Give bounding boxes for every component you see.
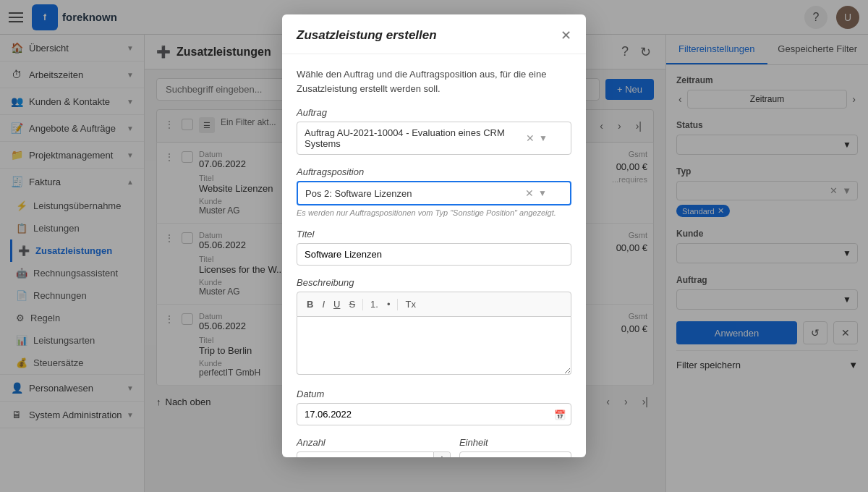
form-col-einheit: Einheit Stück Stunden Tage Pauschal ▼ <box>459 437 571 457</box>
anzahl-label: Anzahl <box>297 437 451 448</box>
einheit-select[interactable]: Stück Stunden Tage Pauschal <box>459 451 571 457</box>
ul-button[interactable]: • <box>383 297 394 312</box>
auftrag-field-label: Auftrag <box>297 107 571 118</box>
italic-button[interactable]: I <box>318 297 328 312</box>
auftrag-select[interactable]: Auftrag AU-2021-10004 - Evaluation eines… <box>297 122 571 155</box>
modal-title: Zusatzleistung erstellen <box>297 28 437 43</box>
einheit-label: Einheit <box>459 437 571 448</box>
underline-button[interactable]: U <box>330 297 344 312</box>
stepper-buttons: ▲ ▼ <box>434 451 451 457</box>
ol-button[interactable]: 1. <box>367 297 382 312</box>
pos-clear-icon[interactable]: ✕ <box>525 187 534 199</box>
pos-arrow-icon: ▼ <box>538 188 547 198</box>
modal-body: Wähle den Auftrag und die Auftragspositi… <box>282 54 586 457</box>
stepper-up-button[interactable]: ▲ <box>434 452 450 457</box>
modal: Zusatzleistung erstellen ✕ Wähle den Auf… <box>282 14 586 457</box>
beschreibung-textarea[interactable] <box>297 317 571 375</box>
auftragsposition-select-wrap: Pos 2: Software Lizenzen ✕ ▼ <box>297 181 571 205</box>
titel-field-label: Titel <box>297 229 571 239</box>
anzahl-stepper: ▲ ▼ <box>297 451 451 457</box>
titel-input[interactable] <box>297 243 571 266</box>
position-hint: Es werden nur Auftragspositionen vom Typ… <box>297 208 571 217</box>
modal-close-button[interactable]: ✕ <box>561 27 571 43</box>
datum-field-label: Datum <box>297 389 571 399</box>
auftrag-clear-icon[interactable]: ✕ <box>526 132 535 144</box>
form-group-beschreibung: Beschreibung B I U S 1. • Tx <box>297 277 571 377</box>
form-group-auftrag: Auftrag Auftrag AU-2021-10004 - Evaluati… <box>297 107 571 155</box>
auftrag-select-wrap: Auftrag AU-2021-10004 - Evaluation eines… <box>297 122 571 155</box>
calendar-icon[interactable]: 📅 <box>554 409 566 420</box>
form-col-anzahl: Anzahl ▲ ▼ <box>297 437 451 457</box>
auftragsposition-field-label: Auftragsposition <box>297 166 571 177</box>
anzahl-input[interactable] <box>297 451 434 457</box>
datum-wrap: 📅 <box>297 403 571 425</box>
datum-input[interactable] <box>297 403 571 425</box>
form-group-datum: Datum 📅 <box>297 389 571 425</box>
modal-header: Zusatzleistung erstellen ✕ <box>282 14 586 54</box>
form-row-anzahl-einheit: Anzahl ▲ ▼ Einheit Stück Stunde <box>297 437 571 457</box>
auftrag-arrow-icon: ▼ <box>539 133 548 143</box>
beschreibung-field-label: Beschreibung <box>297 277 571 288</box>
auftragsposition-select[interactable]: Pos 2: Software Lizenzen ✕ ▼ <box>297 181 571 205</box>
clear-format-button[interactable]: Tx <box>401 297 419 312</box>
strike-button[interactable]: S <box>345 297 359 312</box>
editor-toolbar: B I U S 1. • Tx <box>297 292 571 317</box>
einheit-select-wrap: Stück Stunden Tage Pauschal ▼ <box>459 451 571 457</box>
form-group-auftragsposition: Auftragsposition Pos 2: Software Lizenze… <box>297 166 571 217</box>
bold-button[interactable]: B <box>303 297 317 312</box>
modal-overlay: Zusatzleistung erstellen ✕ Wähle den Auf… <box>0 0 868 492</box>
form-group-titel: Titel <box>297 229 571 266</box>
modal-description: Wähle den Auftrag und die Auftragspositi… <box>297 67 571 96</box>
